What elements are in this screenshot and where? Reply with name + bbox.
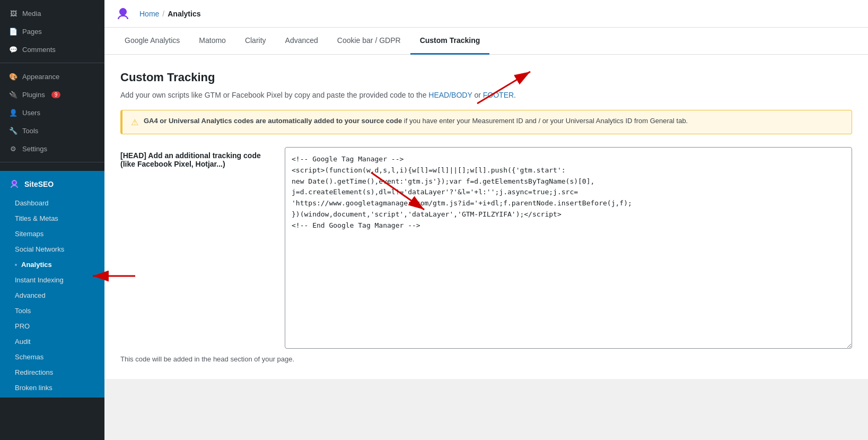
sidebar-item-broken-links[interactable]: Broken links bbox=[0, 380, 104, 395]
sidebar-item-tools-seo[interactable]: Tools bbox=[0, 303, 104, 318]
users-icon: 👤 bbox=[8, 108, 18, 117]
plugins-icon: 🔌 bbox=[8, 90, 18, 99]
tab-custom-tracking[interactable]: Custom Tracking bbox=[410, 28, 490, 55]
tab-advanced[interactable]: Advanced bbox=[276, 28, 328, 55]
sidebar-item-plugins[interactable]: 🔌 Plugins 9 bbox=[0, 85, 104, 103]
sidebar-item-social-networks[interactable]: Social Networks bbox=[0, 241, 104, 257]
sidebar-item-tools[interactable]: 🔧 Tools bbox=[0, 122, 104, 140]
sidebar-item-appearance[interactable]: 🎨 Appearance bbox=[0, 67, 104, 85]
sidebar-item-redirections[interactable]: Redirections bbox=[0, 365, 104, 380]
siteseo-header[interactable]: SiteSEO bbox=[0, 173, 104, 195]
sidebar-item-titles-metas[interactable]: Titles & Metas bbox=[0, 211, 104, 226]
footer-link[interactable]: FOOTER bbox=[483, 91, 514, 99]
page-description: Add your own scripts like GTM or Faceboo… bbox=[120, 91, 852, 99]
tab-matomo[interactable]: Matomo bbox=[189, 28, 235, 55]
tabs-bar: Google Analytics Matomo Clarity Advanced… bbox=[104, 28, 868, 55]
plugins-badge: 9 bbox=[51, 91, 61, 98]
sidebar-item-audit[interactable]: Audit bbox=[0, 334, 104, 349]
sidebar-item-comments[interactable]: 💬 Comments bbox=[0, 40, 104, 58]
sidebar-item-analytics[interactable]: Analytics bbox=[0, 257, 104, 272]
content-card: Custom Tracking Add your own scripts lik… bbox=[104, 55, 868, 379]
breadcrumb-home[interactable]: Home bbox=[139, 10, 159, 18]
comments-icon: 💬 bbox=[8, 45, 18, 54]
siteseo-title: SiteSEO bbox=[24, 180, 54, 188]
tracking-label: [HEAD] Add an additional tracking code (… bbox=[120, 147, 269, 168]
appearance-icon: 🎨 bbox=[8, 72, 18, 81]
sidebar: 🖼 Media 📄 Pages 💬 Comments 🎨 Appearance … bbox=[0, 0, 104, 440]
settings-icon: ⚙ bbox=[8, 144, 18, 153]
siteseo-logo bbox=[8, 178, 20, 190]
sidebar-item-dashboard[interactable]: Dashboard bbox=[0, 195, 104, 211]
tab-google-analytics[interactable]: Google Analytics bbox=[115, 28, 189, 55]
tools-icon: 🔧 bbox=[8, 126, 18, 135]
footer-note: This code will be added in the head sect… bbox=[120, 355, 852, 363]
sidebar-item-schemas[interactable]: Schemas bbox=[0, 349, 104, 365]
warning-icon: ⚠ bbox=[131, 117, 138, 127]
tracking-section: [HEAD] Add an additional tracking code (… bbox=[120, 147, 852, 349]
code-textarea[interactable]: <!-- Google Tag Manager --> <script>(fun… bbox=[285, 147, 852, 349]
head-body-link[interactable]: HEAD/BODY bbox=[428, 91, 472, 99]
sidebar-item-pro[interactable]: PRO bbox=[0, 318, 104, 334]
sidebar-item-media[interactable]: 🖼 Media bbox=[0, 4, 104, 22]
sidebar-item-pages[interactable]: 📄 Pages bbox=[0, 22, 104, 40]
notice-text: GA4 or Universal Analytics codes are aut… bbox=[144, 117, 688, 125]
pages-icon: 📄 bbox=[8, 27, 18, 36]
sidebar-divider bbox=[0, 63, 104, 63]
siteseo-section: SiteSEO Dashboard Titles & Metas Sitemap… bbox=[0, 171, 104, 398]
topbar-logo bbox=[115, 6, 131, 22]
tab-cookie-bar[interactable]: Cookie bar / GDPR bbox=[328, 28, 410, 55]
sidebar-divider-2 bbox=[0, 162, 104, 162]
breadcrumb: Home / Analytics bbox=[139, 10, 201, 18]
tab-clarity[interactable]: Clarity bbox=[235, 28, 276, 55]
sidebar-item-advanced[interactable]: Advanced bbox=[0, 288, 104, 303]
sidebar-item-instant-indexing[interactable]: Instant Indexing bbox=[0, 272, 104, 288]
sidebar-item-users[interactable]: 👤 Users bbox=[0, 103, 104, 122]
breadcrumb-separator: / bbox=[162, 10, 164, 18]
media-icon: 🖼 bbox=[8, 8, 18, 18]
sidebar-item-settings[interactable]: ⚙ Settings bbox=[0, 140, 104, 158]
page-title: Custom Tracking bbox=[120, 71, 852, 84]
topbar: Home / Analytics bbox=[104, 0, 868, 28]
sidebar-item-sitemaps[interactable]: Sitemaps bbox=[0, 226, 104, 241]
notice-box: ⚠ GA4 or Universal Analytics codes are a… bbox=[120, 110, 852, 134]
breadcrumb-current: Analytics bbox=[168, 10, 200, 18]
main-content: Home / Analytics Google Analytics Matomo… bbox=[104, 0, 868, 440]
